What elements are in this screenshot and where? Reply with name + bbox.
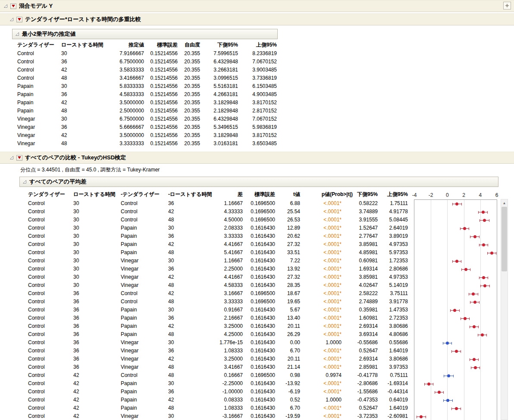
table-row[interactable]: Control30Papain302.083330.161643012.89<.… (27, 224, 409, 232)
table-cell: Vinegar (16, 115, 60, 123)
table-cell: 3.89019 (379, 232, 409, 240)
table-row[interactable]: Control42Papain481.083330.16164306.70<.0… (27, 404, 409, 412)
table-cell: 30 (60, 82, 116, 90)
table-row[interactable]: Vinegar365.66666670.1521455620.3555.3496… (16, 123, 278, 131)
table-row[interactable]: Control30Control361.166670.16965006.88<.… (27, 199, 409, 208)
scroll-up-icon[interactable]: ▲ (501, 199, 508, 206)
table-cell: 0.15214556 (145, 82, 179, 90)
table-cell: 3.5833333 (116, 66, 145, 74)
column-header: 上側95% (239, 40, 278, 50)
table-row[interactable]: Control307.91666670.1521455620.3557.5996… (16, 50, 278, 58)
table-row[interactable]: Papain305.83333330.1521455620.3555.51631… (16, 82, 278, 90)
disclosure-open-icon[interactable] (22, 180, 27, 184)
table-row[interactable]: Control42Vinegar30-3.166670.1616430-19.5… (27, 412, 409, 420)
table-cell: 20.355 (179, 131, 201, 140)
table-cell: Control (27, 289, 72, 298)
column-header: -テンダライザー (120, 189, 167, 199)
table-row[interactable]: Control36Control483.333330.169650019.65<… (27, 298, 409, 306)
table-cell: 0.1696500 (244, 371, 276, 380)
table-cell: Control (27, 249, 72, 257)
red-triangle-menu-icon[interactable] (16, 155, 22, 161)
disclosure-open-icon[interactable] (3, 4, 8, 8)
table-row[interactable]: Control30Vinegar484.583330.161643028.35<… (27, 281, 409, 289)
table-row[interactable]: Control30Papain485.416670.161643033.51<.… (27, 249, 409, 257)
table-cell: -1.69314 (379, 380, 409, 388)
outline-header-tukey[interactable]: すべてのペアの比較 - TukeyのHSD検定 (0, 152, 514, 164)
table-row[interactable]: Control423.58333330.1521455620.3553.2663… (16, 66, 278, 74)
table-cell: Control (120, 371, 167, 380)
outline-header-mixed-model[interactable]: 混合モデル Y (0, 0, 514, 12)
report-title: 混合モデル Y (19, 2, 53, 10)
disclosure-open-icon[interactable] (9, 17, 14, 22)
table-cell: 30 (167, 339, 217, 347)
table-row[interactable]: Control42Control480.166670.16965000.980.… (27, 371, 409, 380)
plot-axis: -4-20246 (414, 189, 497, 199)
table-row[interactable]: Control30Papain424.416670.161643027.32<.… (27, 240, 409, 249)
table-cell: 7.5996515 (201, 50, 239, 58)
table-row[interactable]: Control30Vinegar301.166670.16164307.22<.… (27, 257, 409, 265)
table-row[interactable]: Control36Vinegar483.416670.161643021.14<… (27, 363, 409, 371)
outline-header-multiple-comparisons[interactable]: テンダライザー*ローストする時間の多重比較 (0, 13, 514, 25)
table-cell: 36 (60, 90, 116, 99)
table-cell: Control (27, 412, 72, 420)
table-cell: 3.91778 (379, 298, 409, 306)
table-cell: Control (27, 363, 72, 371)
table-row[interactable]: Vinegar423.50000000.1521455620.3553.1829… (16, 131, 278, 140)
table-cell: Control (16, 58, 60, 66)
table-row[interactable]: Control36Vinegar361.083330.16164306.70<.… (27, 347, 409, 355)
table-cell: 30 (72, 232, 120, 240)
table-row[interactable]: Control30Control484.500000.169650026.53<… (27, 216, 409, 224)
table-row[interactable]: Vinegar483.33333330.1521455620.3553.0163… (16, 140, 278, 148)
table-row[interactable]: Control36Vinegar423.250000.161643020.11<… (27, 355, 409, 363)
table-cell: Control (27, 404, 72, 412)
table-row[interactable]: Papain423.50000000.1521455620.3553.18298… (16, 99, 278, 107)
table-row[interactable]: Control483.41666670.1521455620.3553.0996… (16, 74, 278, 82)
table-cell: Papain (120, 306, 167, 314)
table-row[interactable]: Papain364.58333330.1521455620.3554.26631… (16, 90, 278, 99)
table-cell: 3.85981 (354, 273, 379, 281)
table-cell: 2.8170152 (239, 107, 278, 115)
table-row[interactable]: Control30Vinegar424.416670.161643027.32<… (27, 273, 409, 281)
scrollbar-thumb[interactable] (501, 207, 507, 271)
table-cell: 0.55686 (379, 339, 409, 347)
vertical-scrollbar[interactable]: ▲ (501, 199, 508, 420)
outline-header-lsmeans[interactable]: 最小2乗平均の推定値 (12, 29, 278, 39)
table-cell: Papain (16, 107, 60, 115)
table-cell: Vinegar (120, 412, 167, 420)
table-cell: 3.0996515 (201, 74, 239, 82)
table-cell: 2.64019 (379, 224, 409, 232)
axis-tick-label: -4 (412, 192, 417, 198)
table-row[interactable]: Control42Papain30-2.250000.1616430-13.92… (27, 380, 409, 388)
table-row[interactable]: Papain482.50000000.1521455620.3552.18298… (16, 107, 278, 115)
red-triangle-menu-icon[interactable] (10, 3, 16, 9)
disclosure-open-icon[interactable] (15, 32, 19, 36)
column-header: 下側95% (201, 40, 239, 50)
disclosure-open-icon[interactable] (9, 156, 14, 160)
table-row[interactable]: Control36Papain362.166670.161643013.40<.… (27, 314, 409, 322)
column-header: テンダライザー (16, 40, 60, 50)
table-row[interactable]: Control30Papain363.333330.161643020.62<.… (27, 232, 409, 240)
table-cell: 4.91778 (379, 208, 409, 216)
table-cell: -3.16667 (217, 412, 244, 420)
table-row[interactable]: Control36Control423.166670.169650018.67<… (27, 289, 409, 298)
table-row[interactable]: Control36Papain484.250000.161643026.29<.… (27, 330, 409, 339)
table-row[interactable]: Control36Papain300.916670.16164305.67<.0… (27, 306, 409, 314)
red-triangle-menu-icon[interactable] (16, 17, 22, 22)
table-row[interactable]: Control366.75000000.1521455620.3556.4329… (16, 58, 278, 66)
table-cell: 20.11 (276, 322, 301, 330)
table-row[interactable]: Control36Papain423.250000.161643020.11<.… (27, 322, 409, 330)
window-pin-icon[interactable] (503, 2, 511, 9)
outline-header-pairs[interactable]: すべてのペアの平均差 (19, 177, 498, 187)
ci-marker (414, 300, 497, 304)
table-row[interactable]: Control42Papain420.083330.16164300.521.0… (27, 396, 409, 404)
table-cell: Control (27, 281, 72, 289)
ci-marker (414, 276, 497, 280)
table-row[interactable]: Vinegar306.75000000.1521455620.3556.4329… (16, 115, 278, 123)
table-row[interactable]: Control42Papain36-1.000000.1616430-6.19<… (27, 388, 409, 396)
ci-marker (414, 292, 497, 296)
table-cell: 0.15214556 (145, 131, 179, 140)
table-cell: Control (27, 240, 72, 249)
table-row[interactable]: Control30Vinegar362.250000.161643013.92<… (27, 265, 409, 273)
table-row[interactable]: Control30Control424.333330.169650025.54<… (27, 208, 409, 216)
table-row[interactable]: Control36Vinegar301.776e-150.16164300.00… (27, 339, 409, 347)
